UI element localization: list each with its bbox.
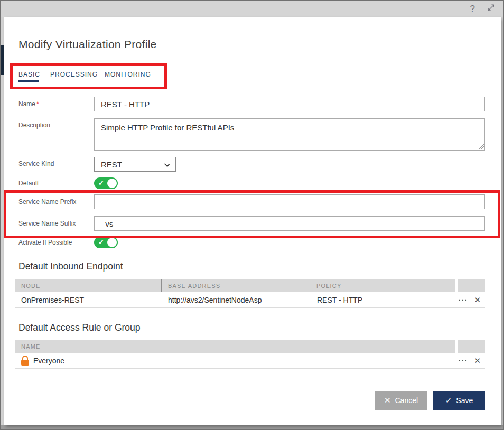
cancel-button-label: Cancel <box>395 396 418 405</box>
resize-grip-icon[interactable] <box>479 144 484 149</box>
lock-icon <box>21 356 29 366</box>
column-header-name: NAME <box>15 340 455 353</box>
row-remove-icon[interactable]: ✕ <box>474 356 481 366</box>
inbound-endpoint-heading: Default Inbound Endpoint <box>18 261 123 272</box>
application-window: ? Modify Virtualization Profile BASIC PR… <box>0 0 504 430</box>
tab-processing[interactable]: PROCESSING <box>50 71 98 78</box>
service-kind-select[interactable]: REST <box>94 157 176 172</box>
cell-node: OnPremises-REST <box>15 296 162 304</box>
row-more-icon[interactable]: ··· <box>458 358 468 363</box>
tab-basic[interactable]: BASIC <box>18 71 40 78</box>
inbound-endpoint-table-header: NODE BASE ADDRESS POLICY <box>15 279 485 292</box>
default-toggle[interactable]: ✓ <box>94 177 118 189</box>
save-button[interactable]: ✓ Save <box>433 391 485 410</box>
column-header-node: NODE <box>15 279 161 292</box>
page-title: Modify Virtualization Profile <box>18 38 157 51</box>
background-bottom-strip <box>1 425 503 429</box>
description-textarea[interactable]: Simple HTTP Profile for RESTful APIs <box>94 118 485 151</box>
toggle-knob <box>107 179 117 188</box>
save-button-label: Save <box>456 396 473 405</box>
service-name-prefix-label: Service Name Prefix <box>18 198 76 205</box>
service-name-suffix-input[interactable] <box>94 216 485 231</box>
row-more-icon[interactable]: ··· <box>458 297 468 303</box>
access-rule-row: Everyone ··· ✕ <box>15 353 485 369</box>
modify-virtualization-profile-dialog: Modify Virtualization Profile BASIC PROC… <box>4 17 501 425</box>
column-header-base-address: BASE ADDRESS <box>161 279 310 292</box>
name-label: Name* <box>18 100 39 108</box>
activate-if-possible-label: Activate If Possible <box>18 239 72 246</box>
cancel-x-icon: ✕ <box>384 396 391 405</box>
access-rule-heading: Default Access Rule or Group <box>18 322 141 333</box>
column-header-actions <box>458 279 485 292</box>
toggle-knob <box>107 238 117 247</box>
description-field-wrap: Simple HTTP Profile for RESTful APIs <box>94 118 485 151</box>
cancel-button[interactable]: ✕ Cancel <box>375 391 427 410</box>
save-check-icon: ✓ <box>445 396 452 405</box>
required-asterisk: * <box>36 100 39 108</box>
cell-base-address: http://avs2/SentinetNodeAsp <box>162 296 311 304</box>
cell-name: Everyone <box>15 356 64 366</box>
dialog-titlebar: ? <box>1 1 503 17</box>
toggle-check-icon: ✓ <box>98 179 104 187</box>
access-rule-name: Everyone <box>33 357 64 365</box>
help-icon[interactable]: ? <box>470 4 475 14</box>
cell-policy: REST - HTTP <box>311 296 362 304</box>
service-name-suffix-label: Service Name Suffix <box>18 220 76 227</box>
column-header-actions <box>458 340 485 353</box>
description-label: Description <box>18 121 50 129</box>
activate-if-possible-toggle[interactable]: ✓ <box>94 237 118 248</box>
service-name-prefix-input[interactable] <box>94 194 485 209</box>
column-header-policy: POLICY <box>310 279 455 292</box>
tab-monitoring[interactable]: MONITORING <box>105 71 151 78</box>
access-rule-table-header: NAME <box>15 340 485 353</box>
name-input[interactable] <box>94 97 485 111</box>
expand-icon[interactable] <box>487 3 496 14</box>
row-remove-icon[interactable]: ✕ <box>474 295 481 305</box>
service-kind-selected-value: REST <box>101 160 122 169</box>
chevron-down-icon <box>164 162 170 167</box>
default-label: Default <box>18 180 39 187</box>
active-tab-underline <box>18 80 39 82</box>
inbound-endpoint-row: OnPremises-REST http://avs2/SentinetNode… <box>15 292 485 308</box>
toggle-check-icon: ✓ <box>98 238 104 246</box>
service-kind-label: Service Kind <box>18 160 54 167</box>
